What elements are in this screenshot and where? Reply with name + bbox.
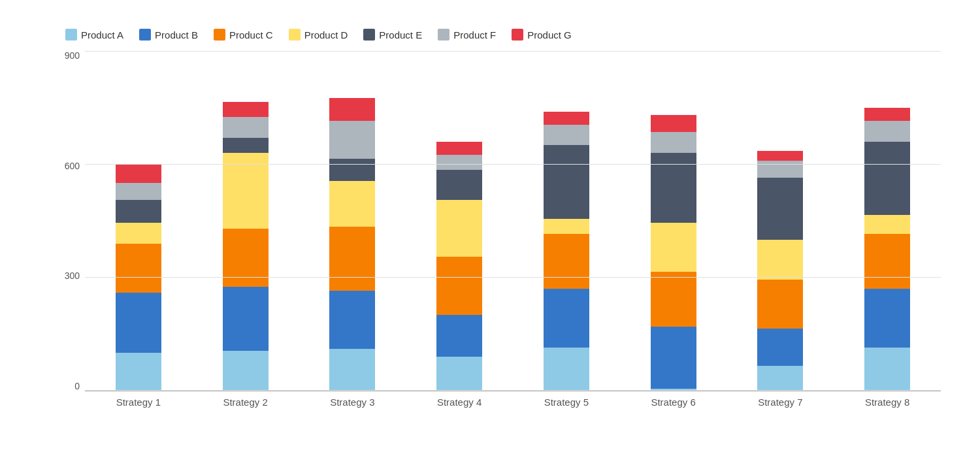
chart-container: Product A Product B Product C Product D … (13, 8, 967, 465)
bar-segment-productD (436, 200, 482, 257)
bar-group-5 (513, 51, 620, 391)
bar-segment-productE (757, 178, 803, 240)
y-tick: 0 (59, 382, 85, 391)
bar-segment-productD (864, 215, 910, 234)
x-label-6: Strategy 6 (620, 397, 727, 408)
bar-segment-productA (223, 351, 269, 391)
x-label-3: Strategy 3 (299, 397, 406, 408)
bar-segment-productB (329, 291, 375, 350)
stacked-bar (329, 98, 375, 391)
bar-segment-productF (757, 161, 803, 178)
bar-segment-productE (329, 159, 375, 182)
bar-group-4 (406, 51, 513, 391)
y-tick: 300 (59, 271, 85, 280)
legend-swatch (65, 29, 77, 41)
bar-segment-productD (223, 153, 269, 229)
bar-segment-productC (757, 280, 803, 329)
bars-row (85, 51, 941, 391)
bar-segment-productF (223, 117, 269, 138)
bar-segment-productC (223, 229, 269, 287)
bar-segment-productE (864, 142, 910, 216)
bar-segment-productB (116, 293, 161, 353)
bar-segment-productF (864, 121, 910, 142)
bar-segment-productE (544, 145, 589, 219)
bar-segment-productB (757, 329, 803, 367)
x-label-4: Strategy 4 (406, 397, 513, 408)
bar-segment-productE (651, 153, 696, 223)
y-axis: 0300600900 (59, 51, 85, 391)
legend-label: Product C (229, 29, 273, 41)
bar-segment-productF (329, 121, 375, 159)
bar-segment-productA (544, 348, 589, 391)
y-tick: 600 (59, 161, 85, 171)
stacked-bar (223, 102, 269, 391)
bar-segment-productG (329, 98, 375, 121)
bar-segment-productG (223, 102, 269, 117)
bar-segment-productD (544, 219, 589, 234)
legend-label: Product E (379, 29, 422, 41)
bar-segment-productB (864, 289, 910, 348)
bar-segment-productC (544, 234, 589, 289)
bar-segment-productD (329, 181, 375, 226)
legend-swatch (214, 29, 225, 41)
bar-segment-productF (544, 125, 589, 146)
bar-group-7 (727, 51, 834, 391)
bar-segment-productE (223, 138, 269, 153)
legend-item-product-e: Product E (363, 29, 422, 41)
bar-segment-productC (651, 272, 696, 327)
legend-swatch (289, 29, 301, 41)
bar-group-3 (299, 51, 406, 391)
legend: Product A Product B Product C Product D … (59, 29, 941, 41)
bar-segment-productA (864, 348, 910, 391)
bar-segment-productB (223, 287, 269, 351)
bar-segment-productG (544, 112, 589, 125)
bar-segment-productE (436, 170, 482, 200)
bar-segment-productB (436, 315, 482, 357)
bar-segment-productC (436, 257, 482, 316)
bar-segment-productA (436, 357, 482, 391)
bar-segment-productD (116, 223, 161, 244)
legend-item-product-f: Product F (438, 29, 496, 41)
stacked-bar (864, 108, 910, 391)
x-label-8: Strategy 8 (834, 397, 941, 408)
bar-segment-productG (757, 151, 803, 160)
bar-segment-productG (651, 115, 696, 132)
bar-group-6 (620, 51, 727, 391)
bar-segment-productA (757, 366, 803, 391)
bar-segment-productF (116, 183, 161, 200)
bar-segment-productB (651, 327, 696, 389)
legend-swatch (438, 29, 449, 41)
bar-segment-productE (116, 200, 161, 223)
legend-label: Product B (155, 29, 198, 41)
x-label-1: Strategy 1 (85, 397, 192, 408)
legend-label: Product A (81, 29, 123, 41)
bar-group-8 (834, 51, 941, 391)
legend-swatch (139, 29, 151, 41)
bar-segment-productF (651, 132, 696, 153)
legend-label: Product D (304, 29, 348, 41)
y-tick: 900 (59, 51, 85, 60)
bar-segment-productF (436, 155, 482, 170)
bar-segment-productC (864, 234, 910, 289)
bar-segment-productC (116, 244, 161, 293)
stacked-bar (436, 142, 482, 391)
bar-segment-productA (651, 389, 696, 391)
legend-item-product-d: Product D (289, 29, 348, 41)
legend-label: Product F (453, 29, 496, 41)
bar-group-2 (192, 51, 299, 391)
legend-swatch (512, 29, 523, 41)
x-label-5: Strategy 5 (513, 397, 620, 408)
legend-label: Product G (527, 29, 572, 41)
stacked-bar (544, 111, 589, 391)
bar-segment-productB (544, 289, 589, 348)
bar-segment-productD (651, 223, 696, 272)
x-label-2: Strategy 2 (192, 397, 299, 408)
x-labels: Strategy 1Strategy 2Strategy 3Strategy 4… (85, 397, 941, 408)
stacked-bar (757, 151, 803, 391)
legend-item-product-b: Product B (139, 29, 198, 41)
bar-segment-productG (864, 108, 910, 121)
bar-segment-productC (329, 227, 375, 291)
stacked-bar (651, 115, 696, 391)
bar-segment-productA (329, 349, 375, 391)
bar-segment-productG (436, 142, 482, 155)
